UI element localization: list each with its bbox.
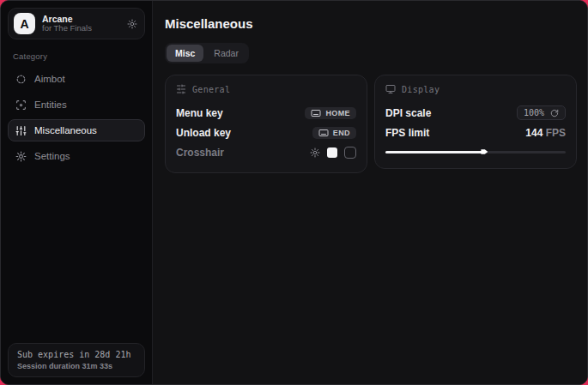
user-card[interactable]: A Arcane for The Finals xyxy=(8,8,145,39)
sidebar-item-label: Aimbot xyxy=(34,74,65,84)
dpi-scale-value: 100% xyxy=(524,108,544,117)
general-card: General Menu key HOME Unload key xyxy=(165,75,367,173)
user-meta: Arcane for The Finals xyxy=(42,14,120,33)
sidebar-item-label: Entities xyxy=(34,99,67,110)
sidebar-item-label: Miscellaneous xyxy=(34,125,97,135)
crosshair-checkbox[interactable] xyxy=(344,147,356,159)
refresh-icon[interactable] xyxy=(550,109,559,117)
dpi-scale-control[interactable]: 100% xyxy=(517,105,566,120)
menu-key-label: Menu key xyxy=(176,107,223,119)
page-title: Miscellaneous xyxy=(165,16,577,31)
user-settings-gear-icon[interactable] xyxy=(127,19,137,29)
fps-limit-row: FPS limit 144 FPS xyxy=(385,123,566,142)
fps-limit-label: FPS limit xyxy=(385,127,429,139)
sidebar: A Arcane for The Finals Category xyxy=(1,1,152,384)
subscription-info-box: Sub expires in 28d 21h Session duration … xyxy=(8,343,145,377)
keyboard-icon xyxy=(311,109,321,117)
fps-unit: FPS xyxy=(543,127,566,139)
sidebar-item-label: Settings xyxy=(34,151,70,161)
display-card: Display DPI scale 100% FPS limit xyxy=(374,75,577,169)
crosshair-icon xyxy=(15,74,27,85)
unload-key-button[interactable]: END xyxy=(312,127,356,139)
crosshair-row: Crosshair xyxy=(176,142,356,162)
crosshair-label: Crosshair xyxy=(176,147,224,159)
dpi-scale-row: DPI scale 100% xyxy=(385,103,566,123)
dpi-scale-label: DPI scale xyxy=(385,107,431,119)
cards-row: General Menu key HOME Unload key xyxy=(165,75,577,173)
fps-limit-value: 144 FPS xyxy=(525,127,566,139)
gear-icon xyxy=(15,151,27,162)
sidebar-item-settings[interactable]: Settings xyxy=(8,145,145,167)
tab-radar[interactable]: Radar xyxy=(205,45,247,62)
keyboard-icon xyxy=(318,129,329,137)
crosshair-color-swatch[interactable] xyxy=(327,147,337,158)
slider-track[interactable] xyxy=(385,151,566,153)
avatar: A xyxy=(14,13,35,34)
sliders-icon xyxy=(15,125,27,136)
sidebar-item-miscellaneous[interactable]: Miscellaneous xyxy=(8,119,145,141)
unload-key-label: Unload key xyxy=(176,127,231,139)
fps-limit-slider[interactable] xyxy=(385,146,566,158)
slider-thumb[interactable] xyxy=(481,148,488,155)
category-label: Category xyxy=(13,51,145,61)
app-window: A Arcane for The Finals Category xyxy=(0,0,588,385)
crosshair-settings-gear-icon[interactable] xyxy=(310,147,320,158)
unload-key-row: Unload key END xyxy=(176,123,356,142)
sliders-horizontal-icon xyxy=(176,84,186,94)
slider-fill xyxy=(385,151,482,153)
sidebar-item-entities[interactable]: Entities xyxy=(8,93,145,116)
general-card-title: General xyxy=(192,85,230,94)
menu-key-value: HOME xyxy=(325,109,350,117)
monitor-icon xyxy=(385,84,396,94)
main-panel: Miscellaneous Misc Radar General Menu ke… xyxy=(152,1,588,384)
sub-expiry-text: Sub expires in 28d 21h xyxy=(17,350,136,359)
session-duration-text: Session duration 31m 33s xyxy=(17,362,136,370)
menu-key-row: Menu key HOME xyxy=(176,103,356,123)
general-card-header: General xyxy=(176,84,356,94)
tab-misc[interactable]: Misc xyxy=(167,45,203,62)
fps-number: 144 xyxy=(525,127,543,139)
display-card-header: Display xyxy=(385,84,566,94)
sidebar-nav: Aimbot Entities Miscella xyxy=(8,68,145,167)
scan-eye-icon xyxy=(15,99,27,111)
tab-bar: Misc Radar xyxy=(165,43,249,63)
crosshair-controls xyxy=(310,147,356,159)
app-subtitle: for The Finals xyxy=(42,24,120,33)
sidebar-item-aimbot[interactable]: Aimbot xyxy=(8,68,145,90)
display-card-title: Display xyxy=(402,85,439,94)
menu-key-button[interactable]: HOME xyxy=(305,107,356,119)
unload-key-value: END xyxy=(333,129,350,137)
